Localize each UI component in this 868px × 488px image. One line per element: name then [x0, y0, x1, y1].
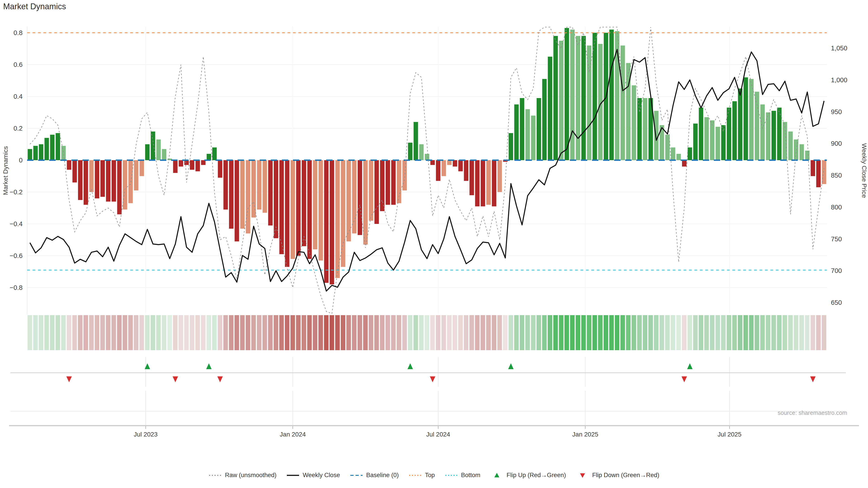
triangle-up-icon: [490, 472, 503, 479]
flip-down-marker: [173, 377, 178, 382]
raw-line: [30, 27, 824, 314]
svg-text:Jan 2024: Jan 2024: [280, 431, 306, 438]
svg-text:1,050: 1,050: [831, 44, 847, 52]
svg-text:Jan 2025: Jan 2025: [572, 431, 598, 438]
oscillator-bars: [28, 28, 827, 285]
legend-label: Weekly Close: [303, 472, 340, 479]
legend-label: Raw (unsmoothed): [225, 472, 276, 479]
legend: Raw (unsmoothed)Weekly CloseBaseline (0)…: [0, 472, 868, 479]
flip-up-marker: [508, 363, 514, 369]
svg-text:−0.2: −0.2: [10, 188, 23, 196]
legend-label: Baseline (0): [366, 472, 399, 479]
legend-item-5: Flip Up (Red→Green): [490, 472, 566, 479]
svg-text:0.4: 0.4: [13, 93, 23, 100]
gridlines: [27, 27, 827, 314]
line-dotted-icon: [409, 472, 422, 479]
line-dashed-icon: [350, 472, 363, 479]
legend-label: Flip Down (Green→Red): [592, 472, 659, 479]
svg-text:750: 750: [831, 235, 842, 242]
flip-down-marker: [810, 377, 815, 382]
svg-text:Jul 2025: Jul 2025: [718, 431, 742, 438]
legend-item-0: Raw (unsmoothed): [209, 472, 276, 479]
svg-text:900: 900: [831, 140, 842, 147]
right-axis-title: Weekly Close Price: [861, 143, 868, 198]
flip-up-marker: [206, 363, 212, 369]
sub-panels: [9, 357, 859, 429]
line-solid-icon: [286, 472, 300, 479]
svg-text:850: 850: [831, 172, 842, 179]
flip-down-marker: [430, 377, 435, 382]
heatmap-strip: [28, 315, 827, 350]
svg-text:0.8: 0.8: [13, 29, 23, 36]
price-line: [30, 50, 824, 291]
legend-label: Bottom: [461, 472, 480, 479]
legend-item-4: Bottom: [445, 472, 480, 479]
svg-text:Jul 2024: Jul 2024: [426, 431, 450, 438]
legend-item-6: Flip Down (Green→Red): [576, 472, 659, 479]
svg-text:0: 0: [19, 157, 23, 164]
line-dotted-icon: [445, 472, 458, 479]
flip-up-marker: [408, 363, 413, 369]
svg-text:650: 650: [831, 299, 842, 306]
source-note: source: sharemaestro.com: [778, 410, 847, 416]
flip-down-marker: [217, 377, 223, 382]
line-dotted-icon: [209, 472, 222, 479]
svg-text:Jul 2023: Jul 2023: [134, 431, 158, 438]
svg-text:0.2: 0.2: [13, 125, 23, 132]
svg-text:0.6: 0.6: [13, 61, 23, 68]
svg-text:1,000: 1,000: [831, 76, 847, 84]
svg-text:−0.6: −0.6: [10, 252, 23, 259]
legend-label: Flip Up (Red→Green): [506, 472, 566, 479]
axis-tick-labels: 0.80.60.40.20−0.2−0.4−0.6−0.81,0501,0009…: [10, 29, 847, 438]
market-dynamics-chart: 0.80.60.40.20−0.2−0.4−0.6−0.81,0501,0009…: [0, 0, 868, 488]
svg-text:−0.8: −0.8: [10, 284, 23, 291]
svg-text:700: 700: [831, 267, 842, 274]
legend-item-1: Weekly Close: [286, 472, 340, 479]
svg-text:950: 950: [831, 108, 842, 116]
legend-item-2: Baseline (0): [350, 472, 399, 479]
flip-up-marker: [687, 363, 692, 369]
svg-text:800: 800: [831, 203, 842, 211]
triangle-down-icon: [576, 472, 589, 479]
flip-down-marker: [66, 377, 72, 382]
legend-label: Top: [425, 472, 435, 479]
flip-down-marker: [682, 377, 687, 382]
left-axis-title: Market Dynamics: [2, 146, 9, 195]
legend-item-3: Top: [409, 472, 435, 479]
svg-text:−0.4: −0.4: [10, 220, 23, 228]
